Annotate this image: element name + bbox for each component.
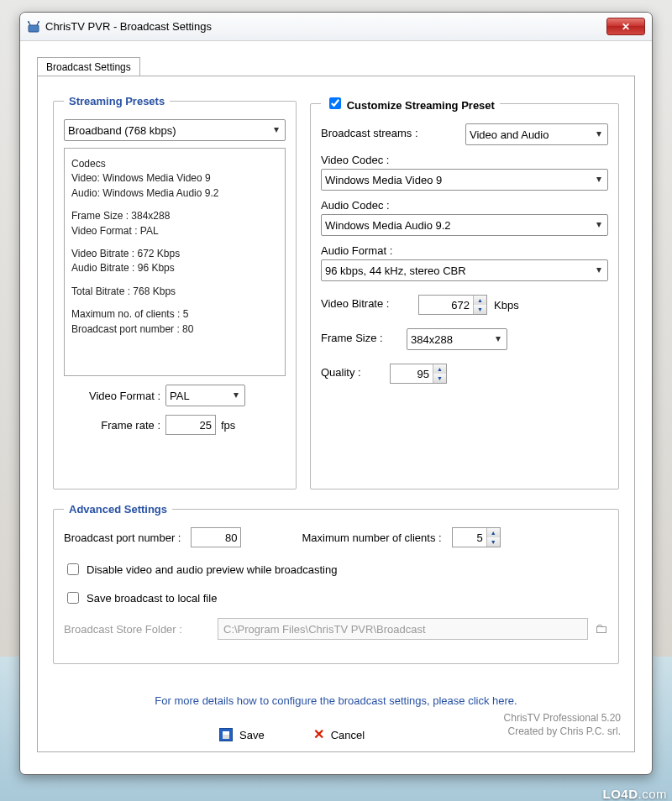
video-bitrate-unit: Kbps [494, 299, 519, 312]
quality-spinner[interactable]: ▲▼ [390, 364, 447, 384]
cancel-icon: ✕ [313, 728, 324, 741]
spin-down-icon[interactable]: ▼ [433, 374, 446, 383]
app-icon [27, 20, 40, 34]
preset-info-box: Codecs Video: Windows Media Video 9 Audi… [64, 148, 286, 376]
save-label: Save [239, 729, 265, 741]
spin-up-icon[interactable]: ▲ [487, 528, 500, 537]
info-video-codec: Video: Windows Media Video 9 [71, 171, 278, 186]
titlebar: ChrisTV PVR - Broadcast Settings ✕ [20, 13, 652, 41]
info-video-format: Video Format : PAL [71, 224, 278, 238]
legend-customize: Customize Streaming Preset [321, 95, 500, 112]
close-icon: ✕ [622, 21, 630, 33]
spin-down-icon[interactable]: ▼ [487, 537, 500, 547]
settings-window: ChrisTV PVR - Broadcast Settings ✕ Broad… [19, 12, 653, 775]
video-codec-label: Video Codec : [321, 154, 608, 166]
info-audio-codec: Audio: Windows Media Audio 9.2 [71, 186, 278, 201]
spin-up-icon[interactable]: ▲ [433, 364, 446, 374]
frame-size-select[interactable]: 384x288 [407, 328, 507, 350]
spin-down-icon[interactable]: ▼ [474, 305, 486, 314]
customize-legend-text: Customize Streaming Preset [347, 99, 495, 112]
max-clients-spinner[interactable]: ▲▼ [452, 527, 501, 547]
quality-input[interactable] [391, 364, 433, 383]
save-button[interactable]: Save [219, 728, 265, 741]
window-title: ChrisTV PVR - Broadcast Settings [45, 20, 606, 33]
audio-codec-label: Audio Codec : [321, 199, 608, 212]
credit-line1: ChrisTV Professional 5.20 [504, 711, 621, 725]
audio-codec-select[interactable]: Windows Media Audio 9.2 [321, 214, 608, 236]
frame-rate-label: Frame rate : [64, 419, 160, 432]
disable-preview-checkbox[interactable] [67, 563, 79, 575]
frame-rate-unit: fps [221, 419, 235, 432]
close-button[interactable]: ✕ [606, 18, 645, 35]
video-bitrate-input[interactable] [419, 296, 473, 314]
frame-size-label: Frame Size : [321, 332, 400, 344]
port-label: Broadcast port number : [64, 531, 181, 544]
port-input[interactable] [191, 527, 241, 547]
video-bitrate-spinner[interactable]: ▲▼ [418, 295, 487, 315]
tab-panel: Streaming Presets Broadband (768 kbps) C… [37, 76, 635, 752]
video-format-select[interactable]: PAL [165, 385, 245, 406]
credit-text: ChrisTV Professional 5.20 Created by Chr… [504, 711, 621, 738]
fieldset-customize: Customize Streaming Preset Broadcast str… [310, 95, 619, 490]
info-port: Broadcast port number : 80 [71, 322, 278, 337]
cancel-button[interactable]: ✕ Cancel [313, 728, 365, 741]
fieldset-advanced: Advanced Settings Broadcast port number … [53, 503, 619, 664]
info-frame-size: Frame Size : 384x288 [71, 209, 278, 223]
audio-format-label: Audio Format : [321, 244, 608, 257]
info-total-bitrate: Total Bitrate : 768 Kbps [71, 285, 278, 299]
quality-label: Quality : [321, 366, 383, 379]
audio-format-select[interactable]: 96 kbps, 44 kHz, stereo CBR [321, 259, 608, 281]
watermark-brand: LO4D [602, 787, 638, 801]
broadcast-streams-label: Broadcast streams : [321, 127, 459, 139]
info-video-bitrate: Video Bitrate : 672 Kbps [71, 247, 278, 261]
credit-line2: Created by Chris P.C. srl. [504, 725, 621, 738]
content-area: Broadcast Settings Streaming Presets Bro… [20, 41, 652, 761]
bottom-bar: Save ✕ Cancel ChrisTV Professional 5.20 … [38, 728, 634, 741]
watermark: LO4D.com [602, 787, 667, 801]
info-max-clients: Maximum no. of clients : 5 [71, 307, 278, 322]
max-clients-input[interactable] [453, 528, 486, 547]
svg-rect-0 [29, 25, 39, 32]
svg-point-2 [38, 21, 39, 23]
video-codec-select[interactable]: Windows Media Video 9 [321, 169, 608, 191]
save-icon [219, 728, 233, 741]
legend-advanced: Advanced Settings [64, 503, 172, 516]
cancel-label: Cancel [331, 729, 365, 741]
save-local-checkbox[interactable] [67, 592, 79, 604]
video-bitrate-label: Video Bitrate : [321, 297, 412, 310]
legend-streaming: Streaming Presets [64, 95, 170, 107]
preset-select[interactable]: Broadband (768 kbps) [64, 119, 286, 141]
save-local-label: Save broadcast to local file [87, 592, 217, 605]
tab-broadcast-settings[interactable]: Broadcast Settings [37, 57, 140, 76]
folder-browse-icon: 🗀 [595, 621, 608, 636]
broadcast-streams-select[interactable]: Video and Audio [465, 123, 608, 145]
frame-rate-input[interactable] [165, 415, 216, 435]
max-clients-label: Maximum number of clients : [302, 531, 441, 544]
fieldset-streaming-presets: Streaming Presets Broadband (768 kbps) C… [53, 95, 297, 490]
folder-input [218, 618, 588, 640]
customize-checkbox[interactable] [329, 97, 341, 109]
svg-point-1 [28, 21, 29, 23]
disable-preview-label: Disable video and audio preview while br… [87, 563, 337, 576]
folder-label: Broadcast Store Folder : [64, 623, 211, 636]
info-audio-bitrate: Audio Bitrate : 96 Kbps [71, 261, 278, 275]
tab-strip: Broadcast Settings [37, 56, 635, 76]
help-link[interactable]: For more details how to configure the br… [53, 694, 619, 707]
video-format-label: Video Format : [64, 390, 160, 402]
watermark-tld: .com [638, 787, 667, 801]
spin-up-icon[interactable]: ▲ [474, 296, 486, 305]
codecs-heading: Codecs [71, 157, 278, 171]
